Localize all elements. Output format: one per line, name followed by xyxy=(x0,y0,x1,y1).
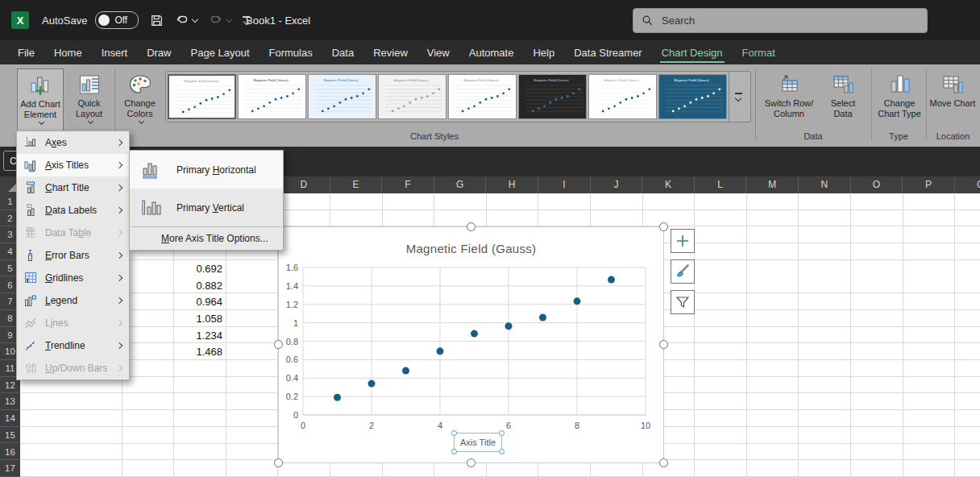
chart-resize-handle[interactable] xyxy=(467,222,475,231)
tab-draw[interactable]: Draw xyxy=(137,40,181,64)
column-header-p[interactable]: P xyxy=(903,176,955,193)
submenu-item-label: Primary Vertical xyxy=(176,202,244,214)
menu-item-error-bars[interactable]: Error Bars xyxy=(17,244,129,267)
cell-value-row-9[interactable]: 1.234 xyxy=(174,330,222,342)
tab-view[interactable]: View xyxy=(417,40,459,64)
search-box[interactable] xyxy=(633,8,928,33)
menu-item-chart-title[interactable]: Chart Title xyxy=(17,176,129,199)
menu-item-axes[interactable]: Axes xyxy=(17,131,129,154)
tab-page-layout[interactable]: Page Layout xyxy=(181,40,260,64)
cell-value-row-6[interactable]: 0.882 xyxy=(174,280,222,292)
column-header-h[interactable]: H xyxy=(486,176,538,193)
submenu-item-primary-horizontal[interactable]: Primary Horizontal xyxy=(130,151,283,189)
save-button[interactable] xyxy=(150,14,164,27)
menu-item-data-labels[interactable]: Data Labels xyxy=(17,199,129,222)
gallery-more-button[interactable] xyxy=(729,72,747,122)
chart-style-thumbnail-4[interactable]: Magnetic Field (Gauss) xyxy=(378,74,446,119)
submenu-arrow-icon xyxy=(116,230,122,236)
row-header-16[interactable]: 16 xyxy=(0,444,20,461)
tab-data-streamer[interactable]: Data Streamer xyxy=(564,40,652,64)
axis-title-box[interactable]: Axis Title xyxy=(454,433,502,452)
search-input[interactable] xyxy=(660,14,889,27)
chart-style-thumbnail-8[interactable]: Magnetic Field (Gauss) xyxy=(658,74,727,119)
submenu-arrow-icon xyxy=(116,185,122,191)
svg-text:0.6: 0.6 xyxy=(286,355,298,364)
chart-style-thumbnail-1[interactable]: Magnetic Field (Gauss) xyxy=(168,74,236,119)
chart-resize-handle[interactable] xyxy=(659,222,668,231)
submenu-arrow-icon xyxy=(116,252,122,259)
column-header-o[interactable]: O xyxy=(851,176,903,193)
column-header-i[interactable]: I xyxy=(538,176,591,193)
chart-resize-handle[interactable] xyxy=(659,340,668,349)
tab-chart-design[interactable]: Chart Design xyxy=(652,40,733,64)
column-header-n[interactable]: N xyxy=(799,176,851,193)
cell-value-row-10[interactable]: 1.468 xyxy=(174,346,222,358)
axis-title-handle xyxy=(451,449,457,454)
tab-automate[interactable]: Automate xyxy=(459,40,524,64)
menu-item-up-down-bars: Up/Down Bars xyxy=(17,357,129,380)
chart-style-thumbnail-7[interactable]: Magnetic Field (Gauss) xyxy=(588,74,657,119)
submenu-item-primary-vertical[interactable]: Primary Vertical xyxy=(130,189,283,226)
ribbon-tabs: FileHomeInsertDrawPage LayoutFormulasDat… xyxy=(0,40,980,64)
gallery-more-bar-icon xyxy=(735,93,742,94)
svg-text:Magnetic Field (Gauss): Magnetic Field (Gauss) xyxy=(323,78,359,82)
chart-style-thumbnail-3[interactable]: Magnetic Field (Gauss) xyxy=(308,74,376,119)
column-header-m[interactable]: M xyxy=(746,176,799,193)
column-header-q[interactable]: Q xyxy=(955,176,980,193)
add-chart-element-menu: Axes Axis Titles Chart Title Data Labels… xyxy=(16,131,130,380)
move-chart-button[interactable]: Move Chart xyxy=(929,68,976,141)
column-header-d[interactable]: D xyxy=(278,176,330,193)
svg-text:Magnetic Field (Gauss): Magnetic Field (Gauss) xyxy=(674,78,709,82)
switch-row-column-button[interactable]: Switch Row/ Column xyxy=(758,68,820,141)
column-header-f[interactable]: F xyxy=(382,176,434,193)
tab-format[interactable]: Format xyxy=(733,40,785,64)
cell-value-row-7[interactable]: 0.964 xyxy=(174,296,222,308)
chart-elements-button[interactable] xyxy=(671,229,695,253)
scatter-chart[interactable]: 00.20.40.60.811.21.41.60246810 Magnetic … xyxy=(278,226,664,463)
chart-style-thumbnail-5[interactable]: Magnetic Field (Gauss) xyxy=(448,74,517,119)
column-header-k[interactable]: K xyxy=(642,176,695,193)
redo-icon xyxy=(209,13,223,27)
menu-item-gridlines[interactable]: Gridlines xyxy=(17,267,129,289)
column-header-j[interactable]: J xyxy=(591,176,643,193)
column-header-e[interactable]: E xyxy=(330,176,383,193)
chart-title[interactable]: Magnetic Field (Gauss) xyxy=(279,242,663,255)
row-header-13[interactable]: 13 xyxy=(0,393,20,410)
chart-style-thumbnail-2[interactable]: Magnetic Field (Gauss) xyxy=(238,74,306,119)
chart-styles-button[interactable] xyxy=(671,259,695,284)
cell-value-row-8[interactable]: 1.058 xyxy=(174,313,222,325)
cell-value-row-5[interactable]: 0.692 xyxy=(174,263,222,275)
axis-titles-icon xyxy=(24,159,37,172)
tab-home[interactable]: Home xyxy=(44,40,92,64)
row-header-14[interactable]: 14 xyxy=(0,410,20,427)
tab-help[interactable]: Help xyxy=(523,40,564,64)
chart-resize-handle[interactable] xyxy=(467,458,475,467)
chart-resize-handle[interactable] xyxy=(274,458,283,467)
tab-file[interactable]: File xyxy=(8,40,44,64)
tab-insert[interactable]: Insert xyxy=(92,40,138,64)
change-chart-type-button[interactable]: Change Chart Type xyxy=(875,68,924,141)
menu-item-trendline[interactable]: Trendline xyxy=(17,334,129,357)
chart-style-thumbnail-6[interactable]: Magnetic Field (Gauss) xyxy=(518,74,587,119)
menu-item-axis-titles[interactable]: Axis Titles xyxy=(17,154,129,176)
more-axis-title-options-item[interactable]: More Axis Title Options... xyxy=(130,227,283,250)
column-header-l[interactable]: L xyxy=(695,176,747,193)
tab-formulas[interactable]: Formulas xyxy=(260,40,322,64)
tab-review[interactable]: Review xyxy=(363,40,417,64)
row-header-17[interactable]: 17 xyxy=(0,460,20,477)
add-chart-element-icon xyxy=(29,72,52,99)
row-header-15[interactable]: 15 xyxy=(0,427,20,444)
select-data-button[interactable]: Select Data xyxy=(821,68,865,141)
menu-item-legend[interactable]: Legend xyxy=(17,289,129,312)
submenu-arrow-icon xyxy=(116,320,122,326)
change-chart-type-icon xyxy=(889,71,910,98)
chart-resize-handle[interactable] xyxy=(659,458,668,467)
chart-filters-button[interactable] xyxy=(671,290,695,314)
chart-resize-handle[interactable] xyxy=(274,340,283,349)
undo-button[interactable] xyxy=(175,13,197,27)
submenu-arrow-icon xyxy=(116,297,122,304)
autosave-toggle[interactable]: Off xyxy=(95,11,139,29)
tab-data[interactable]: Data xyxy=(322,40,363,64)
column-header-g[interactable]: G xyxy=(434,176,487,193)
excel-logo-icon[interactable]: X xyxy=(11,11,29,29)
